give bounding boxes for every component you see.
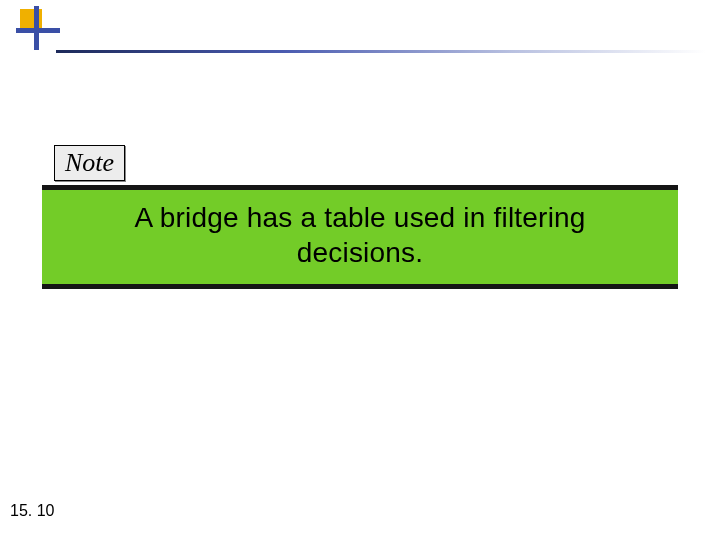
note-label: Note xyxy=(65,148,114,177)
highlight-band: A bridge has a table used in filtering d… xyxy=(42,185,678,289)
slide-corner-ornament xyxy=(16,6,60,50)
highlight-text: A bridge has a table used in filtering d… xyxy=(82,200,638,270)
page-number: 15. 10 xyxy=(10,502,54,520)
accent-square-icon xyxy=(20,9,42,31)
header-divider xyxy=(56,50,706,53)
slide: Note A bridge has a table used in filter… xyxy=(0,0,720,540)
note-badge: Note xyxy=(54,145,125,181)
